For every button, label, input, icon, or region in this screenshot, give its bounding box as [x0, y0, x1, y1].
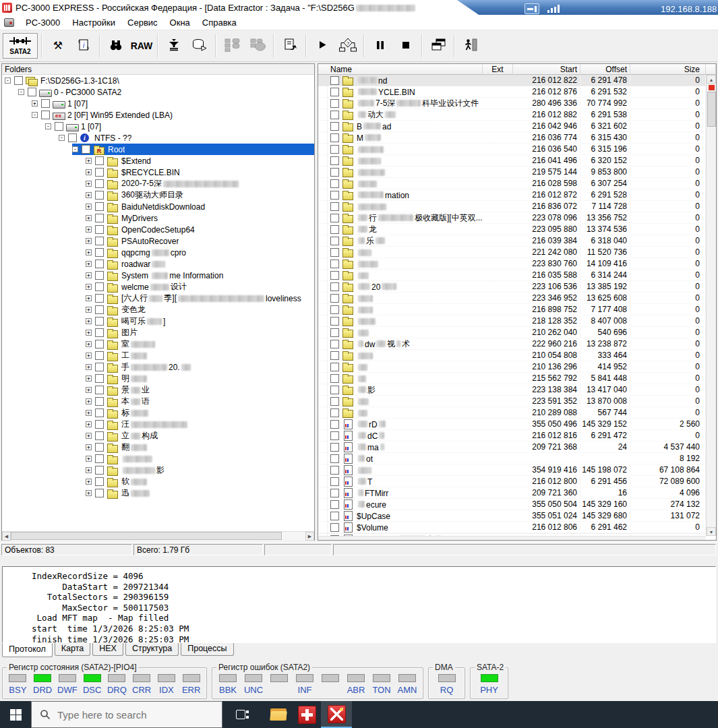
column-header-ext[interactable]: Ext: [483, 64, 513, 75]
tree-checkbox[interactable]: [95, 408, 104, 417]
tree-item[interactable]: +: [2, 453, 314, 464]
expand-toggle-icon[interactable]: -: [32, 112, 38, 118]
tree-item[interactable]: +明: [2, 373, 314, 384]
expand-toggle-icon[interactable]: +: [32, 100, 38, 107]
tree-checkbox[interactable]: [95, 340, 104, 348]
expand-toggle-icon[interactable]: +: [86, 226, 92, 233]
file-row[interactable]: FTMirr209 721 360164 096: [318, 487, 706, 499]
file-checkbox[interactable]: [330, 317, 339, 326]
tree-checkbox[interactable]: [95, 351, 104, 360]
file-row[interactable]: 223 830 76014 109 4160: [318, 258, 706, 270]
file-checkbox[interactable]: [330, 168, 339, 177]
tree-checkbox[interactable]: [95, 477, 104, 486]
file-row[interactable]: YCLE.BIN216 012 8766 291 5320: [318, 86, 706, 98]
file-row[interactable]: 223 346 95213 625 6080: [318, 293, 706, 304]
file-row[interactable]: 216 035 5886 314 2440: [318, 270, 706, 281]
tab-структура[interactable]: Структура: [125, 643, 179, 656]
expand-toggle-icon[interactable]: +: [86, 387, 92, 393]
expand-toggle-icon[interactable]: +: [86, 238, 92, 244]
task-view-button[interactable]: [227, 701, 255, 728]
file-checkbox[interactable]: [330, 225, 339, 234]
tree-item[interactable]: +MyDrivers: [2, 212, 314, 224]
files-vertical-scrollbar[interactable]: ▲ ▼: [706, 75, 716, 536]
tree-item[interactable]: +360驱动大师目录: [2, 189, 314, 201]
file-checkbox[interactable]: [330, 408, 339, 417]
expand-toggle-icon[interactable]: +: [86, 272, 92, 278]
file-row[interactable]: 210 289 088567 7440: [318, 407, 706, 419]
tree-checkbox[interactable]: [41, 99, 50, 108]
file-row[interactable]: rD355 050 496145 329 1522 560: [318, 419, 706, 430]
expand-toggle-icon[interactable]: -: [72, 146, 78, 152]
file-checkbox[interactable]: [330, 512, 339, 520]
tree-checkbox[interactable]: [95, 179, 104, 188]
file-checkbox[interactable]: [330, 489, 339, 497]
file-row[interactable]: dC216 012 8166 291 4720: [318, 430, 706, 442]
tree-item[interactable]: +2020-7-5深: [2, 178, 314, 189]
file-checkbox[interactable]: [330, 477, 339, 486]
tree-item[interactable]: +变色龙: [2, 304, 314, 315]
expand-toggle-icon[interactable]: +: [86, 307, 92, 313]
file-row[interactable]: $Volume216 012 8066 291 4620: [318, 522, 706, 533]
expand-toggle-icon[interactable]: +: [86, 169, 92, 175]
port-sata2-button[interactable]: SATA2: [3, 33, 38, 59]
exit-task-button[interactable]: [458, 33, 483, 59]
utility-tools-button[interactable]: ⚒: [46, 33, 70, 59]
tree-item[interactable]: +本语: [2, 396, 314, 407]
expand-toggle-icon[interactable]: -: [18, 89, 24, 95]
file-checkbox[interactable]: [330, 133, 339, 142]
expand-toggle-icon[interactable]: +: [86, 295, 92, 301]
file-checkbox[interactable]: [330, 88, 339, 96]
tree-item[interactable]: +图片: [2, 327, 314, 338]
file-row[interactable]: 20223 106 53613 385 1920: [318, 281, 706, 293]
expand-toggle-icon[interactable]: +: [86, 467, 92, 473]
tree-item[interactable]: -Root: [2, 144, 314, 155]
file-row[interactable]: 216 028 5986 307 2540: [318, 178, 706, 189]
expand-toggle-icon[interactable]: +: [86, 364, 92, 370]
file-row[interactable]: ma209 721 368244 537 440: [318, 442, 706, 453]
folders-horizontal-scrollbar[interactable]: ◀ ▶: [2, 531, 314, 540]
tree-item[interactable]: +室: [2, 338, 314, 350]
file-explorer-button[interactable]: [264, 701, 293, 728]
tree-checkbox[interactable]: [14, 76, 23, 85]
scroll-right-icon[interactable]: ▶: [305, 532, 314, 541]
tree-item[interactable]: +汪: [2, 419, 314, 430]
tree-item[interactable]: -0 - PC3000 SATA2: [2, 86, 314, 98]
tree-item[interactable]: +翻: [2, 442, 314, 453]
expand-toggle-icon[interactable]: +: [86, 249, 92, 255]
expand-toggle-icon[interactable]: +: [86, 261, 92, 267]
tree-checkbox[interactable]: [95, 248, 104, 257]
tree-item[interactable]: +qqpcmgcpro: [2, 247, 314, 258]
expand-toggle-icon[interactable]: +: [86, 330, 92, 336]
file-row[interactable]: 216 898 7527 177 4080: [318, 304, 706, 315]
tree-checkbox[interactable]: [95, 168, 104, 177]
tree-checkbox[interactable]: [95, 305, 104, 314]
tree-item[interactable]: +welcme设计: [2, 281, 314, 293]
file-row[interactable]: 龙223 095 88013 374 5360: [318, 224, 706, 235]
stop-button[interactable]: [394, 33, 418, 59]
tree-item[interactable]: +BaiduNetdiskDownload: [2, 201, 314, 212]
pc3000-shortcut-button[interactable]: [293, 701, 321, 728]
file-row[interactable]: 210 054 808333 4640: [318, 350, 706, 361]
expand-toggle-icon[interactable]: +: [86, 341, 92, 347]
file-checkbox[interactable]: [330, 420, 339, 429]
expand-toggle-icon[interactable]: +: [86, 353, 92, 359]
file-row[interactable]: 354 919 416145 198 07267 108 864: [318, 464, 706, 476]
tree-checkbox[interactable]: [95, 328, 104, 337]
scrollbar-thumb[interactable]: [707, 92, 716, 127]
tree-checkbox[interactable]: [95, 191, 104, 200]
expand-toggle-icon[interactable]: +: [86, 181, 92, 187]
raw-recovery-button[interactable]: RAW: [129, 33, 154, 59]
tree-item[interactable]: +迅: [2, 487, 314, 499]
tree-checkbox[interactable]: [55, 122, 63, 131]
tree-item[interactable]: +OpenCodecSetup64: [2, 224, 314, 235]
menu-item-pc-3000[interactable]: PC-3000: [20, 16, 66, 29]
file-checkbox[interactable]: [330, 363, 339, 371]
file-checkbox[interactable]: [330, 431, 339, 440]
expand-toggle-icon[interactable]: +: [86, 433, 92, 439]
expand-toggle-icon[interactable]: +: [86, 398, 92, 404]
expand-toggle-icon[interactable]: +: [86, 318, 92, 324]
tab-процессы[interactable]: Процессы: [181, 643, 233, 656]
expand-toggle-icon[interactable]: +: [86, 284, 92, 290]
file-checkbox[interactable]: [330, 179, 339, 188]
expand-toggle-icon[interactable]: -: [59, 135, 65, 141]
